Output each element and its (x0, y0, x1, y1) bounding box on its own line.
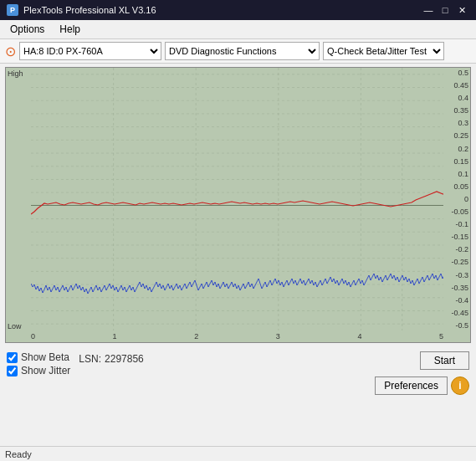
show-beta-checkbox[interactable] (7, 352, 18, 363)
close-button[interactable]: ✕ (454, 3, 469, 17)
start-button-area: Start (420, 351, 469, 370)
device-select[interactable]: HA:8 ID:0 PX-760A (19, 42, 161, 60)
show-jitter-checkbox[interactable] (7, 366, 18, 376)
window-title: PlexTools Professional XL V3.16 (23, 5, 156, 15)
menu-help[interactable]: Help (53, 22, 87, 37)
start-button[interactable]: Start (420, 351, 469, 370)
menu-options[interactable]: Options (3, 22, 51, 37)
high-label: High (8, 69, 23, 78)
chart-container: High Low 0.5 0.45 0.4 0.35 0.3 0.25 0.2 … (5, 67, 471, 343)
menu-bar: Options Help (0, 20, 476, 39)
low-label: Low (8, 322, 22, 330)
show-beta-label: Show Beta (21, 351, 69, 363)
lsn-display: LSN: 2297856 (79, 353, 143, 365)
lsn-label: LSN: (79, 353, 101, 365)
maximize-button[interactable]: □ (438, 3, 453, 17)
lsn-value: 2297856 (105, 353, 144, 365)
bottom-panel: Show Beta Show Jitter LSN: 2297856 Start… (0, 346, 476, 402)
beta-line (31, 192, 443, 214)
status-bar: Ready (0, 446, 476, 461)
status-text: Ready (5, 449, 32, 459)
toolbar: ⊙ HA:8 ID:0 PX-760A DVD Diagnostic Funct… (0, 39, 476, 64)
info-button[interactable]: i (451, 376, 469, 395)
show-beta-row: Show Beta (7, 351, 70, 363)
y-axis-right: 0.5 0.45 0.4 0.35 0.3 0.25 0.2 0.15 0.1 … (443, 68, 470, 330)
function-select[interactable]: DVD Diagnostic Functions (165, 42, 320, 60)
show-jitter-label: Show Jitter (21, 365, 70, 376)
minimize-button[interactable]: — (421, 3, 436, 17)
bottom-actions: Preferences i (375, 376, 469, 395)
chart-svg (31, 68, 443, 330)
test-select[interactable]: Q-Check Beta/Jitter Test (323, 42, 444, 60)
jitter-line (31, 274, 443, 294)
show-jitter-row: Show Jitter (7, 365, 70, 376)
title-bar: P PlexTools Professional XL V3.16 — □ ✕ (0, 0, 476, 20)
device-icon: ⊙ (5, 44, 16, 59)
x-axis: 0 1 2 3 4 5 (31, 330, 443, 342)
app-icon: P (7, 4, 18, 16)
preferences-button[interactable]: Preferences (375, 376, 448, 395)
